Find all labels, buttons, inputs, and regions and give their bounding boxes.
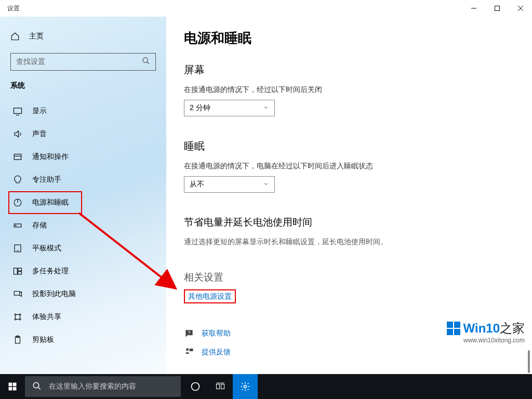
svg-rect-18 — [18, 272, 22, 274]
search-icon — [32, 381, 42, 392]
related-heading: 相关设置 — [184, 271, 532, 284]
section-title: 系统 — [10, 81, 156, 90]
power-icon — [12, 197, 23, 208]
taskbar: 在这里输入你要搜索的内容 — [0, 374, 532, 399]
svg-rect-36 — [9, 387, 12, 391]
task-view-button[interactable] — [208, 374, 233, 399]
battery-desc: 通过选择更短的屏幕显示时长和睡眠设置，延长电池使用时间。 — [184, 237, 532, 247]
svg-point-23 — [19, 318, 21, 320]
sidebar-item-share[interactable]: 体验共享 — [10, 305, 156, 328]
home-button[interactable]: 主页 — [10, 26, 156, 47]
sidebar: 主页 查找设置 系统 显示 声音 通知和操作 专注助手 — [0, 17, 166, 374]
sidebar-item-notifications[interactable]: 通知和操作 — [10, 145, 156, 168]
screen-timeout-select[interactable]: 2 分钟 — [184, 100, 275, 116]
sidebar-item-tablet[interactable]: 平板模式 — [10, 237, 156, 260]
sidebar-item-label: 平板模式 — [32, 244, 61, 253]
svg-rect-17 — [18, 268, 22, 271]
window-title: 设置 — [7, 4, 20, 13]
sidebar-item-sound[interactable]: 声音 — [10, 123, 156, 145]
sidebar-item-label: 存储 — [32, 221, 47, 230]
svg-rect-41 — [217, 384, 220, 389]
settings-window: 设置 主页 查找设置 系统 显示 声音 — [0, 0, 532, 374]
sidebar-item-display[interactable]: 显示 — [10, 100, 156, 123]
watermark: Win10之家 www.win10xitong.com — [447, 320, 525, 344]
share-icon — [12, 312, 23, 322]
help-icon: ? — [184, 328, 194, 339]
svg-point-4 — [143, 58, 148, 62]
svg-rect-34 — [9, 383, 12, 387]
sidebar-item-label: 显示 — [32, 107, 47, 116]
page-title: 电源和睡眠 — [184, 29, 532, 47]
svg-rect-37 — [13, 387, 17, 391]
sidebar-item-clipboard[interactable]: 剪贴板 — [10, 328, 156, 351]
clipboard-icon — [12, 335, 23, 345]
taskbar-settings-button[interactable] — [233, 374, 258, 399]
chevron-down-icon — [263, 180, 269, 189]
sidebar-item-label: 专注助手 — [32, 175, 61, 184]
cortana-button[interactable] — [183, 374, 208, 399]
search-icon — [142, 57, 150, 67]
home-icon — [10, 32, 20, 41]
svg-point-22 — [15, 318, 16, 320]
sidebar-item-project[interactable]: 投影到此电脑 — [10, 283, 156, 305]
search-input[interactable]: 查找设置 — [10, 53, 156, 71]
windows-logo-icon — [447, 322, 460, 335]
start-button[interactable] — [0, 374, 25, 399]
home-label: 主页 — [29, 32, 44, 41]
svg-rect-19 — [14, 291, 20, 296]
taskbar-search-placeholder: 在这里输入你要搜索的内容 — [49, 382, 136, 391]
sound-icon — [12, 129, 23, 139]
svg-rect-32 — [190, 349, 193, 351]
tablet-icon — [12, 243, 23, 254]
svg-line-39 — [38, 387, 41, 390]
sidebar-item-label: 通知和操作 — [32, 152, 69, 162]
multitask-icon — [12, 266, 23, 276]
sidebar-item-label: 声音 — [32, 129, 47, 139]
sleep-timeout-value: 从不 — [190, 180, 204, 189]
storage-icon — [12, 220, 23, 231]
display-icon — [12, 106, 23, 116]
sleep-heading: 睡眠 — [184, 139, 532, 153]
svg-rect-8 — [14, 154, 21, 160]
sidebar-item-label: 多任务处理 — [32, 267, 69, 276]
sidebar-item-label: 投影到此电脑 — [32, 289, 76, 299]
svg-point-20 — [15, 314, 16, 315]
maximize-button[interactable] — [485, 0, 509, 17]
close-button[interactable] — [509, 0, 532, 17]
notifications-icon — [12, 152, 23, 162]
sidebar-item-focus[interactable]: 专注助手 — [10, 168, 156, 191]
screen-heading: 屏幕 — [184, 63, 532, 77]
sleep-label: 在接通电源的情况下，电脑在经过以下时间后进入睡眠状态 — [184, 162, 532, 171]
scrollbar-thumb[interactable] — [528, 350, 530, 373]
screen-timeout-value: 2 分钟 — [190, 103, 210, 113]
sleep-timeout-select[interactable]: 从不 — [184, 176, 275, 193]
sidebar-item-multitask[interactable]: 多任务处理 — [10, 260, 156, 283]
sidebar-item-label: 剪贴板 — [32, 335, 54, 344]
svg-point-44 — [244, 385, 247, 388]
svg-point-21 — [19, 314, 21, 315]
svg-rect-1 — [495, 6, 499, 11]
svg-point-38 — [33, 382, 39, 388]
other-power-link[interactable]: 其他电源设置 — [188, 292, 232, 300]
watermark-url: www.win10xitong.com — [447, 337, 525, 344]
get-help-link[interactable]: 获取帮助 — [202, 329, 231, 338]
feedback-link[interactable]: 提供反馈 — [202, 348, 231, 357]
screen-label: 在接通电源的情况下，经过以下时间后关闭 — [184, 85, 532, 95]
svg-text:?: ? — [188, 330, 191, 335]
sidebar-item-power[interactable]: 电源和睡眠 — [8, 191, 82, 214]
sidebar-item-storage[interactable]: 存储 — [10, 214, 156, 237]
svg-rect-6 — [14, 108, 22, 114]
taskbar-search[interactable]: 在这里输入你要搜索的内容 — [25, 376, 181, 397]
chevron-down-icon — [263, 104, 269, 112]
sidebar-item-label: 体验共享 — [32, 312, 61, 322]
minimize-button[interactable] — [462, 0, 485, 17]
other-power-link-box: 其他电源设置 — [184, 289, 236, 303]
battery-heading: 节省电量并延长电池使用时间 — [184, 216, 532, 229]
svg-line-5 — [147, 62, 149, 64]
titlebar: 设置 — [0, 0, 532, 17]
svg-point-40 — [192, 383, 200, 391]
search-placeholder: 查找设置 — [16, 57, 142, 66]
sidebar-item-label: 电源和睡眠 — [32, 198, 69, 207]
svg-rect-42 — [221, 384, 224, 389]
svg-rect-35 — [13, 383, 17, 387]
